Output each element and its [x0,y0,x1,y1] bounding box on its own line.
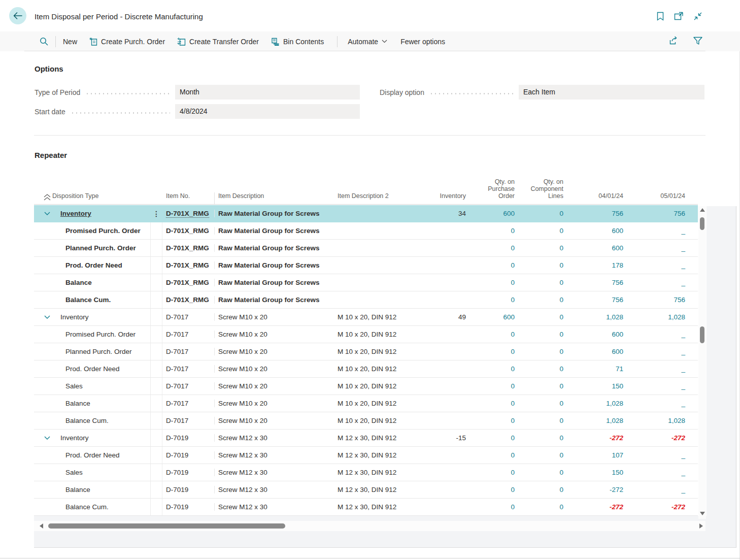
qty-on-component-lines-cell[interactable]: 0 [517,210,565,217]
filter-icon[interactable] [693,37,702,47]
period-04-01-24-cell[interactable]: 756 [565,279,625,286]
period-04-01-24-cell[interactable]: 1,028 [565,417,625,424]
table-row[interactable]: Prod. Order NeedD-7019Screw M12 x 30M 12… [34,447,698,464]
qty-on-purchase-order-cell[interactable]: 0 [468,417,517,424]
period-05-01-24-cell[interactable]: _ [625,227,687,235]
item-no-cell[interactable]: D-701X_RMG [162,210,215,217]
table-row[interactable]: Planned Purch. OrderD-7017Screw M10 x 20… [34,343,698,360]
bin-contents-button[interactable]: Bin Contents [271,38,324,46]
period-05-01-24-cell[interactable]: _ [625,331,687,338]
qty-on-component-lines-cell[interactable]: 0 [517,313,565,321]
period-04-01-24-cell[interactable]: 107 [565,451,625,459]
column-header-period-05-01-24[interactable]: 05/01/24 [625,192,687,204]
start-date-field[interactable]: 4/8/2024 [175,104,360,119]
qty-on-purchase-order-cell[interactable]: 0 [468,331,517,338]
period-05-01-24-cell[interactable]: _ [625,451,687,459]
qty-on-component-lines-cell[interactable]: 0 [517,244,565,252]
table-row[interactable]: Balance Cum.D-7019Screw M12 x 30M 12 x 3… [34,499,698,516]
period-05-01-24-cell[interactable]: _ [625,382,687,390]
scroll-down-arrow[interactable] [700,512,705,515]
period-04-01-24-cell[interactable]: 600 [565,227,625,235]
table-row[interactable]: SalesD-7019Screw M12 x 30M 12 x 30, DIN … [34,464,698,481]
qty-on-component-lines-cell[interactable]: 0 [517,331,565,338]
qty-on-purchase-order-cell[interactable]: 0 [468,261,517,269]
collapse-window-icon[interactable] [693,11,702,21]
qty-on-component-lines-cell[interactable]: 0 [517,451,565,459]
table-row[interactable]: Prod. Order NeedD-701X_RMGRaw Material G… [34,257,698,274]
period-04-01-24-cell[interactable]: 756 [565,210,625,217]
qty-on-component-lines-cell[interactable]: 0 [517,469,565,476]
qty-on-purchase-order-cell[interactable]: 0 [468,244,517,252]
qty-on-purchase-order-cell[interactable]: 0 [468,227,517,235]
qty-on-component-lines-cell[interactable]: 0 [517,417,565,424]
qty-on-purchase-order-cell[interactable]: 0 [468,434,517,442]
period-04-01-24-cell[interactable]: 150 [565,382,625,390]
period-04-01-24-cell[interactable]: 1,028 [565,400,625,407]
search-button[interactable] [40,37,48,46]
period-05-01-24-cell[interactable]: _ [625,469,687,476]
display-option-field[interactable]: Each Item [519,85,704,100]
create-purch-order-button[interactable]: Create Purch. Order [89,37,165,46]
expand-chevron[interactable] [34,436,60,440]
table-row[interactable]: Inventory⋮D-701X_RMGRaw Material Group f… [34,205,698,222]
table-row[interactable]: SalesD-7017Screw M10 x 20M 10 x 20, DIN … [34,378,698,395]
qty-on-component-lines-cell[interactable]: 0 [517,261,565,269]
period-04-01-24-cell[interactable]: -272 [565,486,625,493]
qty-on-component-lines-cell[interactable]: 0 [517,365,565,373]
qty-on-purchase-order-cell[interactable]: 0 [468,451,517,459]
period-05-01-24-cell[interactable]: -272 [625,434,687,442]
vertical-scrollbar[interactable] [698,206,706,519]
period-05-01-24-cell[interactable]: _ [625,365,687,373]
fewer-options-button[interactable]: Fewer options [400,38,445,46]
scroll-right-arrow[interactable] [699,523,703,529]
table-row[interactable]: Promised Purch. OrderD-7017Screw M10 x 2… [34,326,698,343]
qty-on-purchase-order-cell[interactable]: 0 [468,296,517,304]
new-button[interactable]: New [63,38,77,46]
bookmark-icon[interactable] [655,11,665,21]
qty-on-purchase-order-cell[interactable]: 0 [468,400,517,407]
row-actions-button[interactable]: ⋮ [150,205,162,222]
table-row[interactable]: BalanceD-701X_RMGRaw Material Group for … [34,274,698,291]
table-row[interactable]: InventoryD-7019Screw M12 x 30M 12 x 30, … [34,430,698,447]
qty-on-component-lines-cell[interactable]: 0 [517,486,565,493]
period-05-01-24-cell[interactable]: -272 [625,503,687,511]
qty-on-purchase-order-cell[interactable]: 0 [468,348,517,355]
back-button[interactable] [9,7,26,24]
period-04-01-24-cell[interactable]: 600 [565,331,625,338]
table-row[interactable]: BalanceD-7019Screw M12 x 30M 12 x 30, DI… [34,481,698,499]
qty-on-component-lines-cell[interactable]: 0 [517,400,565,407]
expand-chevron[interactable] [34,212,60,215]
period-05-01-24-cell[interactable]: 756 [625,296,687,304]
period-05-01-24-cell[interactable]: 1,028 [625,417,687,424]
qty-on-purchase-order-cell[interactable]: 0 [468,279,517,286]
qty-on-purchase-order-cell[interactable]: 0 [468,382,517,390]
period-04-01-24-cell[interactable]: 600 [565,244,625,252]
period-05-01-24-cell[interactable]: 1,028 [625,313,687,321]
table-row[interactable]: InventoryD-7017Screw M10 x 20M 10 x 20, … [34,309,698,326]
period-05-01-24-cell[interactable]: _ [625,244,687,252]
table-row[interactable]: Balance Cum.D-701X_RMGRaw Material Group… [34,291,698,309]
qty-on-component-lines-cell[interactable]: 0 [517,434,565,442]
period-05-01-24-cell[interactable]: _ [625,486,687,493]
share-icon[interactable] [669,36,679,47]
period-04-01-24-cell[interactable]: 178 [565,261,625,269]
column-header-qty-on-component-lines[interactable]: Qty. on Component Lines [517,178,565,204]
period-05-01-24-cell[interactable]: 756 [625,210,687,217]
automate-menu-button[interactable]: Automate [348,38,387,46]
column-header-period-04-01-24[interactable]: 04/01/24 [565,192,625,204]
period-04-01-24-cell[interactable]: 71 [565,365,625,373]
period-04-01-24-cell[interactable]: 600 [565,348,625,355]
open-in-new-window-icon[interactable] [674,11,684,21]
table-row[interactable]: Prod. Order NeedD-7017Screw M10 x 20M 10… [34,360,698,378]
period-04-01-24-cell[interactable]: -272 [565,434,625,442]
period-05-01-24-cell[interactable]: _ [625,279,687,286]
qty-on-component-lines-cell[interactable]: 0 [517,382,565,390]
qty-on-component-lines-cell[interactable]: 0 [517,279,565,286]
period-05-01-24-cell[interactable]: _ [625,400,687,407]
vertical-scrollbar-thumb-2[interactable] [700,326,704,343]
qty-on-component-lines-cell[interactable]: 0 [517,296,565,304]
column-header-item-description[interactable]: Item Description [215,192,334,204]
column-header-qty-on-purchase-order[interactable]: Qty. on Purchase Order [468,178,517,204]
period-05-01-24-cell[interactable]: _ [625,348,687,355]
table-row[interactable]: BalanceD-7017Screw M10 x 20M 10 x 20, DI… [34,395,698,412]
